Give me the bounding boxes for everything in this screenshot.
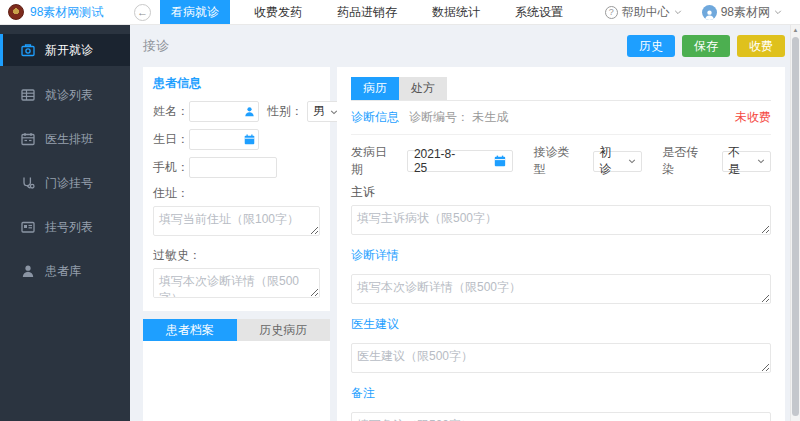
top-tab-settings[interactable]: 系统设置: [504, 0, 574, 24]
brand-name: 98素材网测试: [30, 4, 103, 21]
sidebar-item-label: 新开就诊: [45, 42, 93, 59]
tab-medical-record[interactable]: 病历: [351, 77, 399, 100]
chevron-down-icon: [674, 8, 682, 16]
tab-history-records[interactable]: 历史病历: [237, 319, 331, 341]
allergy-label: 过敏史：: [153, 247, 320, 264]
page-title: 接诊: [143, 37, 169, 55]
sidebar-item-doctor-schedule[interactable]: 医生排班: [0, 117, 130, 161]
vertical-scrollbar[interactable]: ▲: [790, 25, 800, 421]
diagnosis-number: 诊断编号： 未生成: [409, 109, 508, 126]
brand-logo-icon: [8, 4, 24, 20]
remark-label: 备注: [351, 385, 771, 402]
contagious-value: 不是: [728, 144, 752, 178]
phone-label: 手机：: [153, 159, 189, 176]
top-nav: 看病就诊 收费发药 药品进销存 数据统计 系统设置: [160, 0, 587, 24]
save-button[interactable]: 保存: [682, 35, 730, 57]
doctor-schedule-icon: [21, 132, 35, 146]
sidebar-item-label: 挂号列表: [45, 219, 93, 236]
brand-area: 98素材网测试: [0, 0, 130, 24]
top-tab-charge-dispense[interactable]: 收费发药: [243, 0, 313, 24]
help-center-menu[interactable]: ? 帮助中心: [605, 4, 682, 21]
diagnosis-info-heading: 诊断信息: [351, 109, 399, 126]
tab-prescription[interactable]: 处方: [399, 77, 447, 100]
chief-complaint-textarea[interactable]: [351, 205, 771, 235]
scrollbar-thumb[interactable]: [792, 37, 799, 416]
sidebar-item-registration-list[interactable]: 挂号列表: [0, 205, 130, 249]
sidebar: 新开就诊 就诊列表 医生排班 门诊挂号 挂号列表 患者库: [0, 25, 130, 421]
top-tab-inventory[interactable]: 药品进销存: [326, 0, 408, 24]
address-textarea[interactable]: [153, 206, 320, 236]
help-icon: ?: [605, 6, 618, 19]
patient-info-heading: 患者信息: [153, 75, 320, 92]
sidebar-item-registration[interactable]: 门诊挂号: [0, 161, 130, 205]
remark-textarea[interactable]: [351, 412, 771, 421]
gender-value: 男: [313, 103, 325, 120]
charge-button[interactable]: 收费: [737, 35, 785, 57]
patient-archive-panel: [143, 341, 330, 421]
address-label: 住址：: [153, 185, 320, 202]
visit-type-select[interactable]: 初诊: [593, 151, 642, 172]
user-menu[interactable]: 98素材网: [702, 4, 782, 21]
allergy-textarea[interactable]: [153, 268, 320, 298]
doctor-advice-textarea[interactable]: [351, 343, 771, 373]
contagious-label: 是否传染: [662, 144, 710, 178]
record-card: 病历 处方 诊断信息 诊断编号： 未生成 未收费 发病日期 2021-8-25: [337, 67, 785, 421]
diagnosis-info-row: 诊断信息 诊断编号： 未生成 未收费: [351, 101, 771, 135]
calendar-icon[interactable]: [244, 134, 255, 145]
top-header: 98素材网测试 ← 看病就诊 收费发药 药品进销存 数据统计 系统设置 ? 帮助…: [0, 0, 800, 25]
contagious-select[interactable]: 不是: [722, 151, 771, 172]
patient-column: 患者信息 姓名： 性别： 男: [143, 67, 330, 421]
tab-patient-archive[interactable]: 患者档案: [143, 319, 237, 341]
sidebar-item-label: 就诊列表: [45, 87, 93, 104]
header-right: ? 帮助中心 98素材网: [605, 0, 800, 24]
sidebar-item-patient-db[interactable]: 患者库: [0, 249, 130, 293]
chief-complaint-label: 主诉: [351, 184, 771, 201]
user-name: 98素材网: [721, 4, 770, 21]
sidebar-item-new-visit[interactable]: 新开就诊: [0, 34, 130, 66]
sidebar-item-visit-list[interactable]: 就诊列表: [0, 73, 130, 117]
top-tab-visit[interactable]: 看病就诊: [160, 0, 230, 24]
diagnosis-detail-label: 诊断详情: [351, 247, 771, 264]
page-head: 接诊 历史 保存 收费: [143, 25, 785, 67]
user-avatar: [702, 5, 717, 20]
calendar-icon: [494, 155, 506, 167]
sidebar-item-label: 患者库: [45, 263, 81, 280]
help-label: 帮助中心: [622, 4, 670, 21]
visit-type-label: 接诊类型: [533, 144, 581, 178]
page-actions: 历史 保存 收费: [627, 35, 785, 57]
patient-db-icon: [21, 264, 35, 278]
gender-label: 性别：: [267, 103, 303, 120]
scrollbar-up-arrow[interactable]: ▲: [791, 27, 800, 33]
main-content: 接诊 历史 保存 收费 患者信息 姓名：: [130, 25, 790, 421]
record-tabs: 病历 处方: [351, 77, 771, 101]
chevron-down-icon: [628, 157, 636, 165]
patient-sub-tabs: 患者档案 历史病历: [143, 319, 330, 341]
name-label: 姓名：: [153, 103, 189, 120]
onset-date-label: 发病日期: [351, 144, 399, 178]
onset-date-picker[interactable]: 2021-8-25: [407, 150, 514, 172]
chevron-down-icon: [757, 157, 765, 165]
history-button[interactable]: 历史: [627, 35, 675, 57]
birthday-label: 生日：: [153, 131, 189, 148]
patient-info-card: 患者信息 姓名： 性别： 男: [143, 67, 330, 311]
visit-list-icon: [21, 88, 35, 102]
app-window: 98素材网测试 ← 看病就诊 收费发药 药品进销存 数据统计 系统设置 ? 帮助…: [0, 0, 800, 421]
top-tab-statistics[interactable]: 数据统计: [421, 0, 491, 24]
sidebar-item-label: 门诊挂号: [45, 175, 93, 192]
visit-type-value: 初诊: [599, 144, 623, 178]
new-visit-icon: [21, 43, 35, 57]
pick-patient-icon[interactable]: [244, 106, 255, 117]
chevron-down-icon: [774, 8, 782, 16]
registration-icon: [21, 176, 35, 190]
diagnosis-detail-textarea[interactable]: [351, 274, 771, 304]
registration-list-icon: [21, 220, 35, 234]
doctor-advice-label: 医生建议: [351, 316, 771, 333]
phone-input[interactable]: [189, 157, 277, 178]
sidebar-item-label: 医生排班: [45, 131, 93, 148]
fee-status-badge: 未收费: [735, 109, 771, 126]
onset-row: 发病日期 2021-8-25 接诊类型 初诊 是否传染 不是: [351, 144, 771, 178]
onset-date-value: 2021-8-25: [414, 147, 469, 175]
back-button[interactable]: ←: [134, 4, 151, 21]
